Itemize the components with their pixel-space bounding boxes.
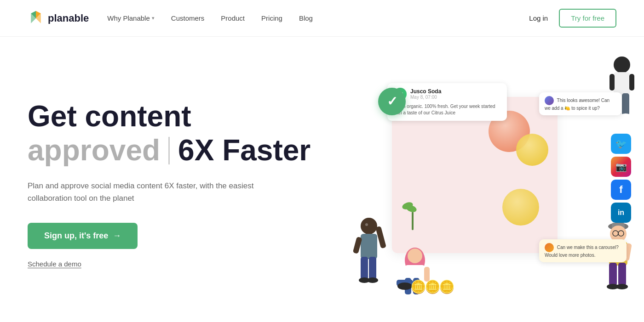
svg-rect-21: [609, 263, 617, 286]
character-sitting: [392, 247, 438, 304]
svg-point-37: [614, 56, 630, 73]
commenter-avatar-2: [545, 243, 554, 252]
svg-rect-22: [618, 263, 626, 286]
nav-customers[interactable]: Customers: [171, 14, 205, 22]
hero-section: Get content approved 6X Faster Plan and …: [0, 37, 644, 322]
hero-faster-text: 6X Faster: [178, 134, 310, 166]
fruit-lemon: [516, 134, 548, 166]
hero-title-line2: approved 6X Faster: [28, 134, 351, 166]
demo-link[interactable]: Schedule a demo: [28, 260, 81, 268]
svg-point-12: [365, 223, 368, 226]
post-header-top: JS Jusco Soda May 8, 07:00: [394, 88, 500, 101]
checkmark-icon: ✓: [387, 95, 397, 108]
try-free-button[interactable]: Try for free: [559, 9, 616, 28]
svg-rect-5: [361, 234, 377, 259]
commenter-avatar-1: [545, 96, 554, 105]
nav-blog[interactable]: Blog: [299, 14, 313, 22]
svg-rect-7: [369, 257, 376, 280]
illustration-wrapper: JS Jusco Soda May 8, 07:00 100% organic.…: [364, 69, 604, 299]
nav-product[interactable]: Product: [221, 14, 245, 22]
facebook-icon: f: [611, 180, 631, 200]
hero-subtitle: Plan and approve social media content 6X…: [28, 180, 267, 204]
character-left: [351, 215, 387, 290]
svg-rect-44: [610, 74, 615, 90]
svg-point-30: [408, 249, 422, 263]
nav-pricing[interactable]: Pricing: [261, 14, 282, 22]
character-left-svg: [351, 215, 387, 288]
checkmark-circle: ✓: [378, 88, 406, 115]
emoji-coins: 🪙🪙🪙: [410, 279, 453, 294]
nav-links: Why Planable ▾ Customers Product Pricing…: [107, 14, 529, 22]
nav-actions: Log in Try for free: [529, 9, 616, 28]
instagram-icon: 📷: [611, 157, 631, 177]
hero-illustration: JS Jusco Soda May 8, 07:00 100% organic.…: [351, 37, 616, 322]
title-divider: [168, 137, 170, 164]
svg-point-42: [620, 113, 631, 119]
plant-left: [401, 212, 424, 249]
logo-icon: [28, 10, 44, 27]
svg-rect-38: [614, 72, 630, 95]
svg-rect-40: [622, 93, 629, 115]
comment-bubble-2: Can we make this a carousel? Would love …: [539, 239, 627, 262]
post-date: May 8, 07:00: [410, 95, 441, 100]
arrow-right-icon: →: [113, 231, 121, 241]
svg-rect-6: [361, 257, 368, 280]
brand-name: planable: [48, 12, 89, 24]
chevron-down-icon: ▾: [152, 15, 155, 21]
login-button[interactable]: Log in: [529, 14, 548, 22]
signup-button[interactable]: Sign up, it's free →: [28, 223, 138, 249]
nav-why-planable[interactable]: Why Planable ▾: [107, 14, 155, 22]
twitter-icon: 🐦: [611, 134, 631, 154]
post-meta: Jusco Soda May 8, 07:00: [410, 88, 441, 100]
logo-link[interactable]: planable: [28, 10, 89, 27]
svg-point-24: [616, 284, 628, 289]
svg-rect-43: [629, 74, 634, 90]
social-icons-stack: 🐦 📷 f in: [611, 134, 631, 223]
hero-title-line1: Get content: [28, 100, 351, 132]
post-text: 100% organic. 100% fresh. Get your week …: [394, 103, 500, 116]
svg-point-4: [361, 218, 377, 234]
hero-content: Get content approved 6X Faster Plan and …: [28, 91, 351, 268]
navbar: planable Why Planable ▾ Customers Produc…: [0, 0, 644, 37]
svg-point-9: [367, 277, 378, 283]
post-brand: Jusco Soda: [410, 88, 441, 95]
comment-bubble-1: This looks awesome! Can we add a 🍋 to sp…: [539, 92, 622, 115]
linkedin-icon: in: [611, 203, 631, 223]
fruit-lemon-2: [502, 189, 539, 226]
hero-approved-text: approved: [28, 134, 160, 166]
